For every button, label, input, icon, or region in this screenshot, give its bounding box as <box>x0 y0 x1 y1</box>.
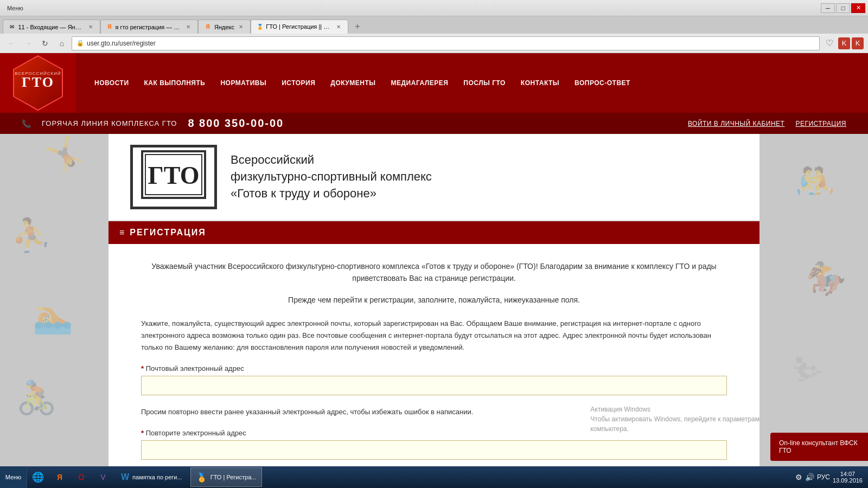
tab-label-3: Яндекс <box>214 24 234 30</box>
tab-label-4: ГТО | Регистрация || ВФС... <box>266 23 332 30</box>
back-button[interactable]: ← <box>4 36 18 50</box>
login-link[interactable]: ВОЙТИ В ЛИЧНЫЙ КАБИНЕТ <box>688 120 784 127</box>
nav-normativy[interactable]: НОРМАТИВЫ <box>213 75 274 91</box>
tab-label-1: 11 - Входящие — Яндекс... <box>18 24 84 30</box>
gto-title-block: Всероссийский физкультурно-спортивный ко… <box>231 152 432 202</box>
new-tab-button[interactable]: + <box>350 20 365 34</box>
reg-intro: Уважаемый участник Всероссийского физкул… <box>141 260 727 285</box>
taskbar-app-gto-label: ГТО | Регистра... <box>210 474 257 480</box>
word-icon: W <box>121 472 129 482</box>
nav-dokumenty[interactable]: ДОКУМЕНТЫ <box>323 75 383 91</box>
reg-header-title: РЕГИСТРАЦИЯ <box>130 228 206 237</box>
gto-title-line1: Всероссийский <box>231 152 432 169</box>
tab-4[interactable]: 🏅 ГТО | Регистрация || ВФС... ✕ <box>251 20 348 34</box>
taskbar-another-icon[interactable]: V <box>92 466 114 488</box>
taskbar-settings-icon[interactable]: ⚙ <box>795 473 802 481</box>
tab-2[interactable]: Я я гто регистрация — Яндек... ✕ <box>100 20 198 34</box>
header-logo-area: ГТО ВСЕРОССИЙСКИЙ <box>0 53 76 113</box>
address-bar[interactable]: 🔒 user.gto.ru/user/register <box>72 36 820 50</box>
register-link[interactable]: РЕГИСТРАЦИЯ <box>795 120 846 127</box>
tab-close-4[interactable]: ✕ <box>335 23 342 30</box>
tab-favicon-1: ✉ <box>9 23 15 31</box>
gto-title-line3: «Готов к труду и обороне» <box>231 185 432 202</box>
address-text: user.gto.ru/user/register <box>87 40 156 47</box>
nav-kak-vypolnyat[interactable]: КАК ВЫПОЛНЯТЬ <box>137 75 213 91</box>
tab-close-2[interactable]: ✕ <box>184 23 192 30</box>
forward-button[interactable]: → <box>21 36 35 50</box>
nav-mediagalereja[interactable]: МЕДИАГАЛЕРЕЯ <box>384 75 456 91</box>
nav-kontakty[interactable]: КОНТАКТЫ <box>513 75 567 91</box>
taskbar: Меню 🌐 Я O V W памятка по реги... 🏅 ГТО … <box>0 466 868 488</box>
favorites-icon[interactable]: ♡ <box>822 36 837 50</box>
activation-line1: Активация Windows <box>590 404 760 414</box>
nav-right-icons: ♡ K K <box>822 36 864 50</box>
reload-button[interactable]: ↻ <box>38 36 52 50</box>
close-button[interactable]: ✕ <box>851 3 865 13</box>
reg-description: Укажите, пожалуйста, существующий адрес … <box>141 318 727 354</box>
activation-line2: Чтобы активировать Windows, перейдите к … <box>590 414 760 424</box>
addon-icon-2[interactable]: K <box>852 37 864 49</box>
taskbar-ie-icon[interactable]: 🌐 <box>27 466 49 488</box>
sport-figure-9: ⛷ <box>792 351 825 389</box>
reg-header: ≡ РЕГИСТРАЦИЯ <box>108 221 760 244</box>
reg-intro-second: Прежде чем перейти к регистрации, заполн… <box>141 296 727 304</box>
tab-favicon-4: 🏅 <box>257 23 263 30</box>
browser-window: Меню ─ □ ✕ ✉ 11 - Входящие — Яндекс... ✕… <box>0 0 868 466</box>
nav-istoriya[interactable]: ИСТОРИЯ <box>274 75 323 91</box>
email-field-group: * Почтовый электронный адрес <box>141 364 727 395</box>
nav-bar: ← → ↻ ⌂ 🔒 user.gto.ru/user/register ♡ K … <box>0 34 868 53</box>
taskbar-app-word-label: памятка по реги... <box>132 474 182 480</box>
sport-figure-3: ⛹ <box>11 216 52 254</box>
reg-header-icon: ≡ <box>119 228 124 237</box>
tab-3[interactable]: Я Яндекс ✕ <box>198 20 251 34</box>
taskbar-app-word[interactable]: W памятка по реги... <box>115 467 188 487</box>
confirm-required-marker: * <box>141 429 146 437</box>
taskbar-opera-icon[interactable]: O <box>71 466 92 488</box>
sport-figure-2: 🤸 <box>43 134 84 173</box>
hotline-number: 8 800 350-00-00 <box>188 117 284 130</box>
taskbar-yandex-icon[interactable]: Я <box>49 466 71 488</box>
site-header: ГТО ВСЕРОССИЙСКИЙ НОВОСТИ КАК ВЫПОЛНЯТЬ … <box>0 53 868 134</box>
tab-favicon-2: Я <box>106 23 113 31</box>
nav-novosti[interactable]: НОВОСТИ <box>87 75 137 91</box>
email-input[interactable] <box>141 376 727 395</box>
start-button[interactable]: Меню <box>0 466 27 488</box>
tab-close-1[interactable]: ✕ <box>87 23 94 30</box>
tab-close-3[interactable]: ✕ <box>237 23 245 30</box>
hotline-label: ГОРЯЧАЯ ЛИНИЯ КОМПЛЕКСА ГТО <box>42 119 177 127</box>
menu-button[interactable]: Меню <box>3 4 28 12</box>
gto-emblem-inner: ГТО Всероссийский физкультурно-спортивны… <box>108 134 760 220</box>
gto-emblem-svg: ГТО <box>141 150 206 199</box>
confirm-email-input[interactable] <box>141 440 727 460</box>
phone-icon: 📞 <box>22 119 31 128</box>
clock-date: 13.09.2016 <box>833 477 863 484</box>
addon-icon-1[interactable]: K <box>838 37 850 49</box>
minimize-button[interactable]: ─ <box>821 3 835 13</box>
sport-figure-8: 🏇 <box>806 259 846 298</box>
tabs-bar: ✉ 11 - Входящие — Яндекс... ✕ Я я гто ре… <box>0 16 868 34</box>
nav-vopros-otvet[interactable]: ВОПРОС-ОТВЕТ <box>567 75 638 91</box>
sport-figure-7: 🤼 <box>795 162 835 200</box>
taskbar-sound-icon[interactable]: 🔊 <box>805 473 814 481</box>
tab-label-2: я гто регистрация — Яндек... <box>116 24 182 30</box>
home-button[interactable]: ⌂ <box>55 36 69 50</box>
taskbar-app-gto[interactable]: 🏅 ГТО | Регистра... <box>190 467 263 487</box>
header-main: ГТО ВСЕРОССИЙСКИЙ НОВОСТИ КАК ВЫПОЛНЯТЬ … <box>0 53 868 113</box>
sport-figure-5: 🚴 <box>16 378 57 417</box>
title-bar: Меню ─ □ ✕ <box>0 0 868 16</box>
taskbar-lang[interactable]: РУС <box>817 473 830 481</box>
gto-pentagon-logo: ГТО ВСЕРОССИЙСКИЙ <box>11 53 65 113</box>
nav-posly-gto[interactable]: ПОСЛЫ ГТО <box>456 75 513 91</box>
clock-time: 14:07 <box>833 471 863 477</box>
taskbar-right: ⚙ 🔊 РУС 14:07 13.09.2016 <box>795 471 868 484</box>
online-consultant-button[interactable]: On-line консультант ВФСК ГТО <box>770 433 868 461</box>
tab-1[interactable]: ✉ 11 - Входящие — Яндекс... ✕ <box>3 20 100 34</box>
email-label: * Почтовый электронный адрес <box>141 364 727 373</box>
email-required-marker: * <box>141 364 146 373</box>
gto-emblem-letters: ГТО <box>130 145 217 209</box>
windows-activation: Активация Windows Чтобы активировать Win… <box>590 404 760 434</box>
taskbar-apps: W памятка по реги... 🏅 ГТО | Регистра... <box>114 466 795 488</box>
maximize-button[interactable]: □ <box>836 3 850 13</box>
activation-line3: компьютера. <box>590 424 760 434</box>
gto-taskbar-icon: 🏅 <box>196 472 207 483</box>
